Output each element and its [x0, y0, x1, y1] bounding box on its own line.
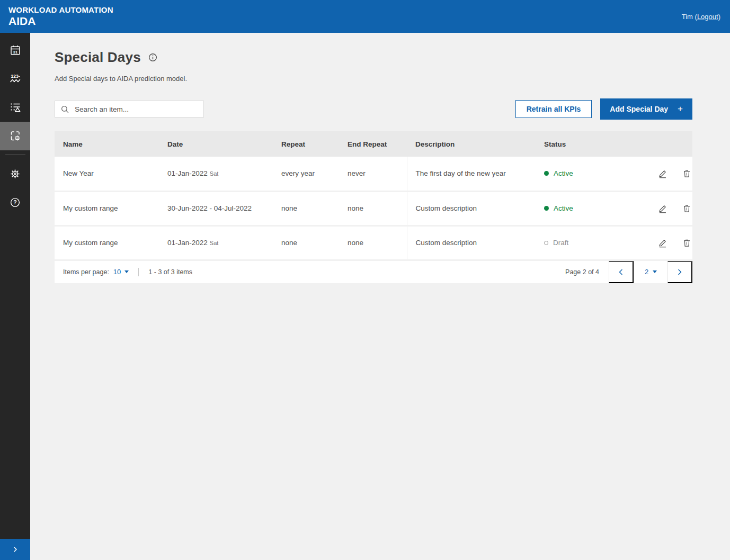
status-dot	[544, 171, 549, 176]
status-dot	[544, 241, 548, 245]
cell-actions	[623, 191, 692, 225]
svg-text:?: ?	[13, 199, 16, 205]
edit-button[interactable]	[657, 203, 669, 214]
edit-button[interactable]	[657, 168, 669, 179]
chevron-right-icon	[12, 546, 19, 553]
cell-repeat: none	[273, 225, 339, 260]
cell-end-repeat: none	[339, 225, 407, 260]
sidebar-item-kpi-predictions[interactable]: 123-	[0, 65, 30, 93]
pencil-icon	[658, 204, 667, 213]
chevron-left-icon	[617, 268, 625, 276]
items-per-page-select[interactable]: 10	[113, 268, 129, 276]
list-alert-icon	[9, 101, 22, 114]
cell-name: New Year	[55, 157, 159, 191]
cell-date: 30-Jun-2022 - 04-Jul-2022	[159, 191, 273, 225]
plus-icon: +	[678, 104, 683, 114]
column-header-status: Status	[536, 131, 623, 157]
cell-end-repeat: never	[339, 157, 407, 191]
table-header-row: Name Date Repeat End Repeat Description …	[55, 131, 692, 157]
brand-block: WORKLOAD AUTOMATION AIDA	[8, 5, 113, 28]
page-indicator: Page 2 of 4	[565, 268, 609, 276]
app-window: WORKLOAD AUTOMATION AIDA Tim (Logout) 31…	[0, 0, 730, 560]
date-weekday: Sat	[210, 170, 219, 177]
toolbar: Retrain all KPIs Add Special Day +	[55, 98, 692, 120]
search-icon	[60, 105, 69, 114]
cell-status: Draft	[536, 225, 623, 260]
product-name: WORKLOAD AUTOMATION	[8, 5, 113, 15]
logout-link[interactable]: Logout	[697, 13, 718, 21]
edit-button[interactable]	[657, 237, 669, 249]
chevron-down-icon	[124, 270, 129, 273]
search-input[interactable]	[75, 105, 198, 113]
cell-status: Active	[536, 157, 623, 191]
pencil-icon	[658, 238, 667, 248]
items-range-text: 1 - 3 of 3 items	[148, 268, 192, 276]
user-name-suffix: )	[718, 13, 720, 21]
status-badge: Active	[554, 169, 573, 177]
status-dot	[544, 206, 549, 211]
sidebar-item-special-days[interactable]	[0, 122, 30, 150]
column-header-actions	[623, 131, 692, 157]
user-name: Tim (	[682, 13, 697, 21]
column-header-description: Description	[407, 131, 536, 157]
kpi-123-trend-icon: 123-	[9, 73, 22, 85]
main-content: Special Days Add Special days to AIDA pr…	[30, 33, 730, 560]
cell-date: 01-Jan-2022Sat	[159, 225, 273, 260]
calendar-31-icon: 31	[9, 44, 22, 57]
divider	[138, 268, 139, 276]
page-title: Special Days	[55, 49, 141, 66]
add-special-day-button[interactable]: Add Special Day +	[600, 98, 692, 120]
sidebar-expand-button[interactable]	[0, 539, 30, 560]
add-special-day-label: Add Special Day	[610, 105, 668, 113]
column-header-repeat: Repeat	[273, 131, 339, 157]
sidebar-item-settings[interactable]	[0, 159, 30, 188]
top-header-bar: WORKLOAD AUTOMATION AIDA Tim (Logout)	[0, 0, 730, 33]
trash-icon	[682, 169, 691, 178]
app-name: AIDA	[8, 15, 113, 28]
status-badge: Active	[554, 204, 573, 212]
search-box[interactable]	[55, 101, 204, 118]
date-weekday: Sat	[210, 240, 219, 246]
next-page-button[interactable]	[667, 261, 692, 283]
page-subtitle: Add Special days to AIDA prediction mode…	[55, 75, 692, 83]
delete-button[interactable]	[681, 168, 692, 179]
chevron-down-icon	[653, 270, 657, 273]
pagination-bar: Items per page: 10 1 - 3 of 3 items Page…	[55, 261, 692, 283]
cell-actions	[623, 157, 692, 191]
column-header-end-repeat: End Repeat	[339, 131, 407, 157]
cell-repeat: none	[273, 191, 339, 225]
delete-button[interactable]	[681, 203, 692, 214]
cell-description: The first day of the new year	[407, 157, 536, 191]
left-sidebar-nav: 31 123-	[0, 33, 30, 560]
status-badge: Draft	[553, 239, 568, 247]
sidebar-item-alerts-list[interactable]	[0, 93, 30, 122]
cell-description: Custom description	[407, 191, 536, 225]
page-number-select[interactable]: 2	[634, 261, 667, 283]
svg-text:31: 31	[13, 50, 17, 55]
cell-repeat: every year	[273, 157, 339, 191]
gear-icon	[9, 168, 21, 180]
svg-text:123-: 123-	[11, 74, 20, 79]
cell-name: My custom range	[55, 225, 159, 260]
cell-date: 01-Jan-2022Sat	[159, 157, 273, 191]
delete-button[interactable]	[681, 237, 692, 249]
column-header-date: Date	[159, 131, 273, 157]
chevron-right-icon	[676, 268, 683, 276]
cell-name: My custom range	[55, 191, 159, 225]
retrain-all-kpis-button[interactable]: Retrain all KPIs	[515, 100, 592, 118]
sidebar-divider	[5, 155, 25, 155]
table-row: My custom range 30-Jun-2022 - 04-Jul-202…	[55, 191, 692, 225]
help-icon: ?	[9, 196, 21, 209]
column-header-name: Name	[55, 131, 159, 157]
sidebar-item-help[interactable]: ?	[0, 188, 30, 216]
sidebar-item-calendar[interactable]: 31	[0, 36, 30, 65]
table-row: New Year 01-Jan-2022Sat every year never…	[55, 157, 692, 191]
items-per-page-label: Items per page:	[63, 268, 109, 276]
special-days-table: Name Date Repeat End Repeat Description …	[55, 131, 692, 261]
trash-icon	[682, 238, 691, 248]
previous-page-button[interactable]	[609, 261, 634, 283]
info-icon[interactable]	[148, 53, 157, 62]
pencil-icon	[658, 169, 667, 178]
frame-gear-icon	[9, 130, 22, 142]
table-row: My custom range 01-Jan-2022Sat none none…	[55, 225, 692, 260]
